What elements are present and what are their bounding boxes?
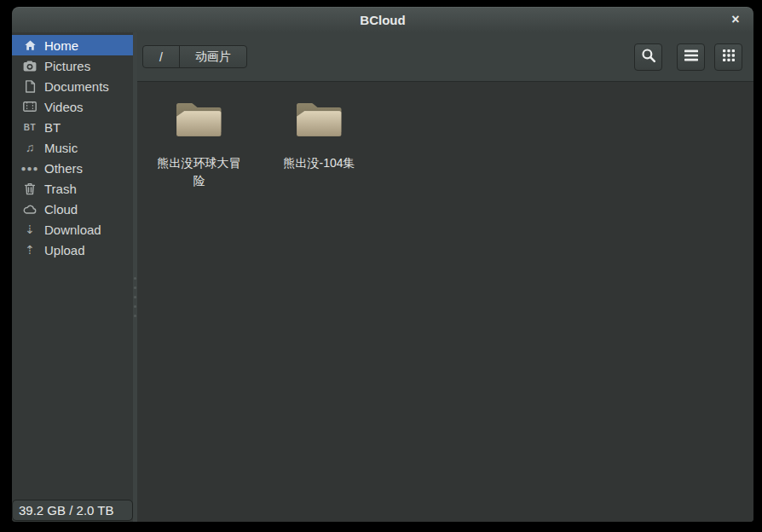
grid-icon — [723, 49, 735, 65]
folder-name: 熊出没-104集 — [283, 154, 355, 172]
pane-resize-handle[interactable] — [133, 32, 137, 522]
file-grid: 熊出没环球大冒险 熊出没-104集 — [137, 82, 753, 522]
trash-icon — [22, 182, 38, 195]
sidebar: Home Pictures Documents Videos BT BT ♫ M… — [12, 32, 133, 522]
sidebar-item-videos[interactable]: Videos — [12, 96, 133, 117]
bt-icon: BT — [22, 120, 38, 134]
breadcrumb-dir-button[interactable]: 动画片 — [179, 45, 247, 68]
sidebar-item-pictures[interactable]: Pictures — [12, 55, 133, 76]
sidebar-item-music[interactable]: ♫ Music — [12, 137, 133, 158]
sidebar-item-home[interactable]: Home — [12, 35, 133, 55]
close-icon[interactable]: × — [724, 7, 747, 32]
sidebar-item-others[interactable]: ●●● Others — [12, 158, 133, 178]
desktop-background: BCloud × Home Pictures Documents Videos … — [0, 0, 762, 532]
search-icon — [641, 48, 656, 66]
sidebar-item-trash[interactable]: Trash — [12, 178, 133, 199]
folder-item[interactable]: 熊出没-104集 — [259, 98, 379, 172]
sidebar-item-upload[interactable]: ⇡ Upload — [12, 240, 133, 260]
film-icon — [22, 100, 38, 113]
sidebar-item-cloud[interactable]: Cloud — [12, 199, 133, 219]
app-window: BCloud × Home Pictures Documents Videos … — [12, 7, 753, 522]
grip-dots-icon — [134, 277, 136, 317]
main-pane: /动画片 — [137, 32, 753, 522]
window-body: Home Pictures Documents Videos BT BT ♫ M… — [12, 32, 753, 522]
list-icon — [684, 49, 698, 65]
ellipsis-icon: ●●● — [22, 161, 38, 175]
titlebar[interactable]: BCloud × — [12, 7, 753, 33]
download-arrow-icon: ⇣ — [22, 223, 38, 236]
grid-view-button[interactable] — [714, 43, 742, 71]
search-button[interactable] — [634, 43, 662, 71]
music-note-icon: ♫ — [22, 141, 38, 154]
document-icon — [22, 79, 38, 93]
breadcrumb: /动画片 — [142, 45, 247, 68]
window-title: BCloud — [360, 13, 405, 27]
sidebar-item-download[interactable]: ⇣ Download — [12, 219, 133, 240]
list-view-button[interactable] — [677, 43, 705, 71]
folder-icon — [175, 98, 223, 142]
toolbar: /动画片 — [137, 32, 753, 82]
breadcrumb-root-button[interactable]: / — [142, 45, 180, 68]
folder-name: 熊出没环球大冒险 — [155, 154, 244, 190]
sidebar-item-bt[interactable]: BT BT — [12, 117, 133, 137]
cloud-icon — [22, 202, 38, 216]
sidebar-item-documents[interactable]: Documents — [12, 76, 133, 96]
camera-icon — [22, 59, 38, 72]
upload-arrow-icon: ⇡ — [22, 243, 38, 257]
storage-usage-badge: 39.2 GB / 2.0 TB — [12, 500, 133, 521]
folder-icon — [295, 98, 343, 142]
home-icon — [22, 38, 38, 52]
folder-item[interactable]: 熊出没环球大冒险 — [139, 98, 259, 190]
